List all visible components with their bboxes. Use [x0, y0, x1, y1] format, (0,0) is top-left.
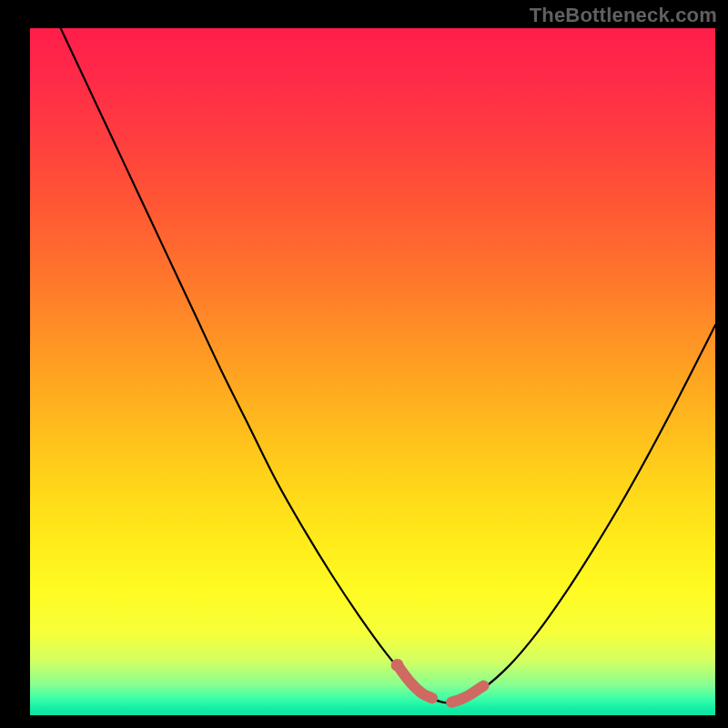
bottleneck-chart	[0, 0, 728, 728]
attribution-label: TheBottleneck.com	[530, 4, 717, 27]
gradient-background	[30, 28, 715, 715]
accent-dot	[391, 659, 404, 672]
stage: TheBottleneck.com	[0, 0, 728, 728]
